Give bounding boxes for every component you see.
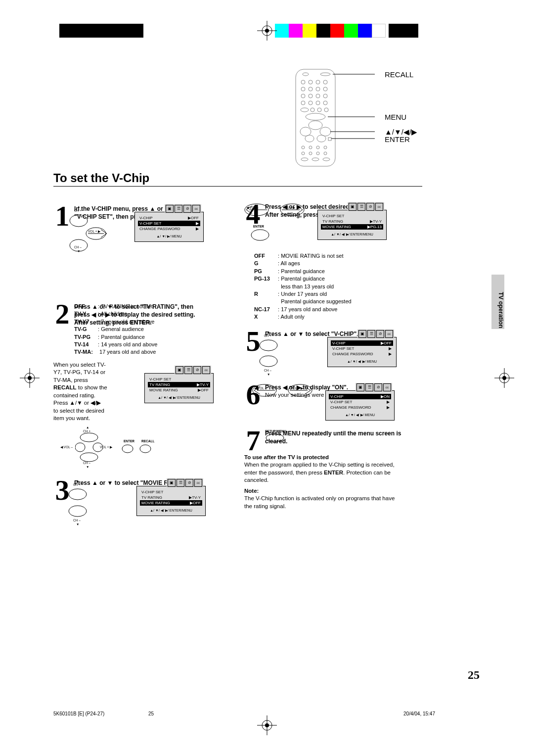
svg-point-28 <box>309 94 312 98</box>
svg-point-17 <box>303 73 309 76</box>
svg-point-46 <box>302 146 305 149</box>
svg-point-65 <box>75 443 85 452</box>
after-use-body: When the program applied to the V-Chip s… <box>244 461 432 484</box>
svg-point-64 <box>80 433 98 442</box>
svg-point-29 <box>316 94 320 98</box>
svg-point-25 <box>316 87 320 91</box>
note-body: The V-Chip function is activated only on… <box>244 495 432 510</box>
svg-point-27 <box>301 94 305 98</box>
svg-point-47 <box>309 146 312 149</box>
svg-point-55 <box>312 158 319 161</box>
step-2-menu: ▣☰⊘㏄ V-CHIP SET TV RATING▶TV-Y MOVIE RAT… <box>144 373 214 403</box>
remote-label-enter: ENTER <box>385 135 410 143</box>
svg-point-7 <box>28 376 32 380</box>
step-3-menu: ▣☰⊘㏄ V-CHIP SET TV RATING▶TV-Y MOVIE RAT… <box>136 486 206 516</box>
svg-point-37 <box>317 108 321 112</box>
remote-diagram: RECALL MENU ▲/▼/◀/▶ ENTER <box>291 68 419 167</box>
svg-point-76 <box>260 356 277 367</box>
step-1-menu: ▣☰⊘㏄ V-CHIP▶OFF V-CHIP SET▶ CHANGE PASSW… <box>134 212 204 242</box>
svg-point-75 <box>260 340 277 351</box>
svg-point-48 <box>316 146 319 149</box>
color-bar <box>275 24 418 38</box>
svg-point-21 <box>316 80 320 84</box>
note-label: Note: <box>244 487 432 495</box>
svg-point-33 <box>316 101 320 105</box>
svg-point-49 <box>324 146 327 149</box>
svg-point-69 <box>140 445 151 453</box>
svg-point-23 <box>301 87 305 91</box>
registration-mark-right <box>494 368 514 388</box>
remote-label-recall: RECALL <box>385 70 413 79</box>
svg-point-3 <box>265 29 269 33</box>
svg-point-54 <box>301 158 308 161</box>
svg-point-39 <box>306 113 325 120</box>
svg-point-53 <box>324 152 327 155</box>
after-use-heading: To use after the TV is protected <box>244 454 432 462</box>
registration-mark-left <box>20 368 40 388</box>
svg-point-40 <box>309 121 322 130</box>
svg-point-71 <box>69 506 87 517</box>
svg-point-68 <box>122 445 133 453</box>
svg-point-19 <box>301 80 305 84</box>
svg-point-18 <box>320 73 330 76</box>
svg-point-41 <box>300 127 311 136</box>
svg-point-22 <box>323 80 327 84</box>
nav-ch-up: CH + <box>74 209 82 212</box>
svg-point-15 <box>265 723 269 727</box>
registration-mark-bottom <box>257 715 277 735</box>
side-tab-label: TV operation <box>497 292 504 328</box>
svg-point-67 <box>80 453 98 462</box>
svg-rect-45 <box>328 138 331 141</box>
svg-rect-16 <box>296 69 335 166</box>
svg-point-50 <box>302 152 305 155</box>
step-5-menu: ▣☰⊘㏄ V-CHIP▶OFF V-CHIP SET▶ CHANGE PASSW… <box>327 337 397 367</box>
svg-point-11 <box>502 376 506 380</box>
page-number: 25 <box>468 668 480 682</box>
step-2-dpad: ▲ CH + ◀ VOL – VOL + ▶ CH – ▼ ENTER RECA… <box>60 425 149 470</box>
svg-point-20 <box>309 80 312 84</box>
svg-point-32 <box>309 101 312 105</box>
step-2-number: 2 <box>53 303 71 327</box>
svg-point-36 <box>311 108 314 112</box>
registration-mark-top <box>257 21 277 41</box>
svg-point-74 <box>251 230 269 240</box>
section-rule-top <box>53 186 422 187</box>
svg-point-35 <box>301 108 309 112</box>
svg-point-56 <box>323 158 330 161</box>
crop-bar-left <box>59 24 143 38</box>
svg-point-30 <box>323 94 327 98</box>
svg-point-44 <box>317 135 326 142</box>
svg-point-24 <box>309 87 312 91</box>
section-title: To set the V-Chip <box>53 171 149 185</box>
remote-label-menu: MENU <box>385 113 406 121</box>
footer-mid: 25 <box>148 711 154 716</box>
svg-point-34 <box>323 101 327 105</box>
svg-point-63 <box>70 239 88 251</box>
svg-point-38 <box>324 108 328 112</box>
svg-point-51 <box>309 152 312 155</box>
footer-right: 20/4/04, 15:47 <box>403 711 435 716</box>
step-4-menu: ▣☰⊘㏄ V-CHIP SET TV RATING▶TV-Y MOVIE RAT… <box>317 210 387 240</box>
svg-point-26 <box>323 87 327 91</box>
nav-vol-right: VOL + ▶ <box>88 230 100 234</box>
step-2-note: When you select TV- Y7, TV-PG, TV-14 or … <box>53 361 137 423</box>
svg-point-42 <box>320 127 331 136</box>
svg-point-66 <box>93 443 103 452</box>
step-6-menu: ▣☰⊘㏄ V-CHIP▶ON V-CHIP SET▶ CHANGE PASSWO… <box>325 390 395 421</box>
svg-point-31 <box>301 101 305 105</box>
svg-point-43 <box>305 135 314 142</box>
svg-point-70 <box>69 489 87 500</box>
footer-left: 5K60101B [E] (P24-27) <box>53 711 104 716</box>
step-7-number: 7 <box>244 429 262 452</box>
step-4-ratings: OFF: MOVIE RATING is not set G: All ages… <box>254 252 432 321</box>
svg-point-52 <box>316 152 319 155</box>
svg-point-61 <box>70 215 88 227</box>
